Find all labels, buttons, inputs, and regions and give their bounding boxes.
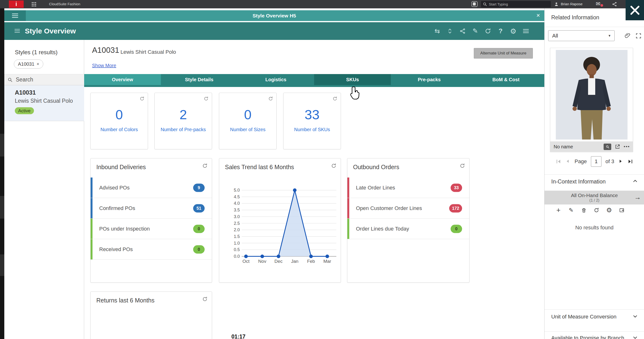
export-icon[interactable] xyxy=(619,207,625,213)
style-code: A10031 xyxy=(92,46,119,55)
svg-text:1.0: 1.0 xyxy=(234,241,240,246)
selected-option: All xyxy=(552,33,558,39)
refresh-icon[interactable] xyxy=(593,207,600,213)
style-list-item[interactable]: A10031 Lewis Shirt Casual Polo Active xyxy=(4,85,84,121)
page-menu-button[interactable] xyxy=(14,29,20,33)
list-item[interactable]: Received POs 0 xyxy=(90,239,212,260)
attachment-icon[interactable] xyxy=(624,32,630,39)
main-content: A10031 Lewis Shirt Casual Polo Alternate… xyxy=(84,40,544,339)
svg-text:Nov: Nov xyxy=(258,259,266,264)
count-badge: 0 xyxy=(193,225,205,233)
alternate-uom-button[interactable]: Alternate Unit of Measure xyxy=(474,48,533,58)
section-atp-by-branch[interactable]: Available to Promise by Branch xyxy=(551,335,624,339)
edit-icon[interactable]: ✎ xyxy=(568,207,574,213)
list-item[interactable]: Order Lines due Today 0 xyxy=(347,219,469,239)
filter-chip[interactable]: A10031 × xyxy=(14,59,43,68)
tab-logistics[interactable]: Logistics xyxy=(238,74,314,85)
modal-close-icon[interactable]: × xyxy=(536,10,540,21)
tab-overview[interactable]: Overview xyxy=(84,74,161,85)
infor-logo[interactable]: i xyxy=(9,0,24,8)
share-icon[interactable] xyxy=(459,27,466,35)
user-name[interactable]: Brian Rapose xyxy=(561,2,582,6)
arrow-right-icon[interactable]: → xyxy=(634,194,641,201)
kpi-card-skus[interactable]: 33 Number of SKUs xyxy=(283,93,341,149)
previous-page-icon[interactable] xyxy=(565,159,570,164)
list-item[interactable]: POs under Inspection 0 xyxy=(90,219,212,239)
widget-title: Outbound Orders xyxy=(353,164,399,171)
style-overview-screen: i CloudSuite Fashion Brian Rapose ✉ xyxy=(0,0,644,339)
chevron-down-icon[interactable] xyxy=(632,335,638,339)
refresh-icon[interactable] xyxy=(331,163,336,168)
list-item[interactable]: Confirmed POs 51 xyxy=(90,198,212,219)
app-grid-icon[interactable] xyxy=(32,2,36,7)
tab-skus[interactable]: SKUs xyxy=(314,74,391,85)
divider xyxy=(544,331,644,332)
refresh-icon[interactable] xyxy=(484,27,492,35)
share-icon[interactable] xyxy=(612,2,617,7)
color-bar xyxy=(90,178,92,198)
image-caption: No name xyxy=(554,144,604,150)
help-icon[interactable]: ? xyxy=(497,27,504,35)
refresh-icon[interactable] xyxy=(460,163,465,168)
chevron-down-icon[interactable] xyxy=(632,314,638,319)
close-workspace-button[interactable] xyxy=(626,0,644,20)
refresh-icon[interactable] xyxy=(268,96,273,101)
page-input[interactable] xyxy=(591,156,602,167)
svg-text:4.0: 4.0 xyxy=(234,201,240,206)
mail-notification-dot xyxy=(600,4,603,7)
global-search[interactable] xyxy=(481,1,551,7)
delete-icon[interactable] xyxy=(581,207,587,213)
sidebar-search-input[interactable] xyxy=(16,76,73,83)
outbound-orders-widget: Outbound Orders Late Order Lines 33 Open… xyxy=(347,158,470,283)
mail-icon[interactable]: ✉ xyxy=(596,1,600,7)
kpi-card-sizes[interactable]: 0 Number of Sizes xyxy=(219,93,276,149)
add-icon[interactable]: + xyxy=(555,207,562,213)
open-in-new-icon[interactable] xyxy=(614,144,620,150)
kpi-card-pre-packs[interactable]: 2 Number of Pre-packs xyxy=(154,93,212,149)
expand-vertical-icon[interactable] xyxy=(446,27,454,35)
svg-text:5.0: 5.0 xyxy=(234,188,240,193)
show-more-link[interactable]: Show More xyxy=(92,63,116,68)
chevron-down-icon: ▼ xyxy=(608,34,611,37)
edit-icon[interactable]: ✎ xyxy=(472,27,479,35)
refresh-icon[interactable] xyxy=(140,96,144,101)
count-badge: 172 xyxy=(449,204,462,212)
list-item[interactable]: Advised POs 9 xyxy=(90,178,212,198)
row-label: Received POs xyxy=(99,239,133,260)
list-item[interactable]: Open Customer Order Lines 172 xyxy=(347,198,469,219)
app-header: Style Overview ⇆ ✎ ? ⚙ xyxy=(4,22,544,40)
refresh-icon[interactable] xyxy=(202,163,208,168)
last-page-icon[interactable] xyxy=(628,159,633,164)
refresh-icon[interactable] xyxy=(204,96,208,101)
settings-icon[interactable]: ⚙ xyxy=(606,207,612,213)
global-search-input[interactable] xyxy=(489,2,539,6)
more-icon[interactable]: ••• xyxy=(624,144,630,149)
menu-icon[interactable] xyxy=(522,27,530,35)
context-section-bar[interactable]: All On-Hand Balance (1 / 2) → xyxy=(544,191,644,205)
tab-style-details[interactable]: Style Details xyxy=(161,74,238,85)
tab-pre-packs[interactable]: Pre-packs xyxy=(391,74,468,85)
kpi-card-colors[interactable]: 0 Number of Colors xyxy=(90,93,148,149)
swap-icon[interactable]: ⇆ xyxy=(434,27,441,35)
color-bar xyxy=(90,198,92,218)
sidebar-search[interactable] xyxy=(4,74,84,85)
next-page-icon[interactable] xyxy=(618,159,624,164)
section-uom-conversion[interactable]: Unit of Measure Conversion xyxy=(551,314,616,320)
count-badge: 51 xyxy=(193,204,205,212)
chip-close-icon[interactable]: × xyxy=(36,61,39,67)
svg-text:Feb: Feb xyxy=(307,259,315,264)
chevron-up-icon[interactable] xyxy=(632,178,638,184)
first-page-icon[interactable] xyxy=(556,159,561,164)
count-badge: 0 xyxy=(193,245,205,254)
refresh-icon[interactable] xyxy=(332,96,337,101)
product-image-card[interactable]: No name ••• xyxy=(550,48,633,152)
tab-bom-cost[interactable]: BoM & Cost xyxy=(468,74,544,85)
fullscreen-icon[interactable] xyxy=(636,33,641,39)
settings-icon[interactable]: ⚙ xyxy=(510,27,517,35)
display-icon[interactable] xyxy=(472,1,478,7)
list-item[interactable]: Late Order Lines 33 xyxy=(347,178,469,198)
image-search-icon[interactable] xyxy=(604,144,611,150)
search-icon xyxy=(483,2,487,6)
related-filter-select[interactable]: All ▼ xyxy=(548,30,614,41)
refresh-icon[interactable] xyxy=(202,297,208,302)
